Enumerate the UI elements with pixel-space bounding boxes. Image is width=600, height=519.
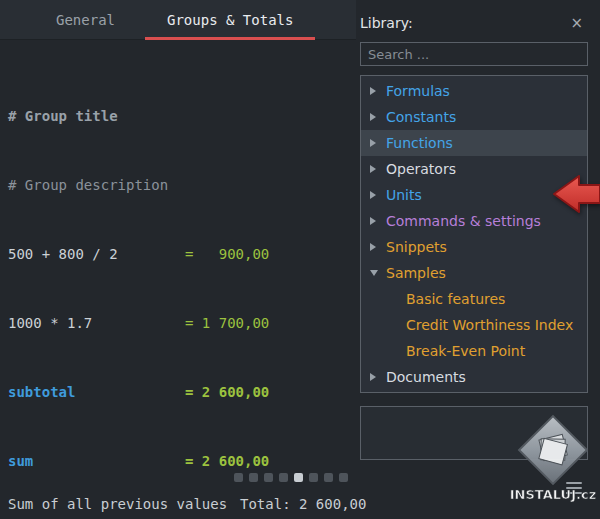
chevron-right-icon	[370, 139, 386, 147]
close-icon[interactable]: ×	[565, 16, 588, 31]
app-window: General Groups & Totals # Group title # …	[0, 0, 600, 519]
library-item-label: Constants	[386, 109, 456, 125]
editor[interactable]: # Group title # Group description 500 + …	[8, 59, 269, 519]
chevron-right-icon	[370, 243, 386, 251]
description-box	[360, 406, 588, 460]
library-item-basic-features[interactable]: Basic features	[361, 286, 587, 312]
expression: 1000 * 1.7	[8, 312, 185, 335]
library-title: Library:	[360, 15, 413, 31]
tab-general[interactable]: General	[30, 0, 141, 39]
red-arrow-icon	[553, 174, 600, 214]
comment-line: # Group description	[8, 174, 168, 197]
calc-line-subtotal: subtotal= 2 600,00	[8, 381, 269, 404]
library-item-break-even-point[interactable]: Break-Even Point	[361, 338, 587, 364]
calc-line-sum: sum= 2 600,00	[8, 450, 269, 473]
pager-dot[interactable]	[249, 473, 258, 482]
library-item-functions[interactable]: Functions	[361, 130, 587, 156]
library-item-label: Operators	[386, 161, 456, 177]
chevron-right-icon	[370, 217, 386, 225]
tab-label: General	[56, 12, 115, 28]
library-item-label: Credit Worthiness Index	[406, 317, 573, 333]
library-item-constants[interactable]: Constants	[361, 104, 587, 130]
result: = 2 600,00	[185, 450, 269, 473]
library-item-label: Units	[386, 187, 422, 203]
expression: 500 + 800 / 2	[8, 243, 185, 266]
menu-row	[360, 480, 588, 496]
library-item-samples[interactable]: Samples	[361, 260, 587, 286]
chevron-right-icon	[370, 113, 386, 121]
tab-groups-totals[interactable]: Groups & Totals	[141, 0, 319, 39]
library-header: Library: ×	[360, 12, 588, 34]
search-input[interactable]	[360, 42, 588, 66]
library-item-label: Formulas	[386, 83, 450, 99]
pager-dot[interactable]	[264, 473, 273, 482]
menu-icon[interactable]	[564, 480, 584, 496]
library-item-label: Documents	[386, 369, 466, 385]
library-panel: Library: × Formulas Constants Functions …	[360, 12, 588, 496]
library-item-formulas[interactable]: Formulas	[361, 78, 587, 104]
tab-bar: General Groups & Totals	[0, 0, 356, 40]
tab-label: Groups & Totals	[167, 12, 293, 28]
expression: sum	[8, 450, 185, 473]
result: = 1 700,00	[185, 312, 269, 335]
chevron-right-icon	[370, 87, 386, 95]
pager	[234, 473, 348, 482]
chevron-right-icon	[370, 373, 386, 381]
pager-dot[interactable]	[324, 473, 333, 482]
library-item-documents[interactable]: Documents	[361, 364, 587, 390]
pager-dot[interactable]	[309, 473, 318, 482]
comment-line: # Group title	[8, 105, 118, 128]
calc-line: 500 + 800 / 2= 900,00	[8, 243, 269, 266]
pager-dot[interactable]	[339, 473, 348, 482]
pager-dot[interactable]	[279, 473, 288, 482]
library-item-label: Commands & settings	[386, 213, 541, 229]
result: = 2 600,00	[185, 381, 269, 404]
result: = 900,00	[185, 243, 269, 266]
status-total: Total: 2 600,00	[240, 496, 366, 512]
library-item-label: Functions	[386, 135, 453, 151]
pager-dot[interactable]	[234, 473, 243, 482]
calc-line: 1000 * 1.7= 1 700,00	[8, 312, 269, 335]
library-item-credit-worthiness-index[interactable]: Credit Worthiness Index	[361, 312, 587, 338]
library-item-label: Break-Even Point	[406, 343, 525, 359]
library-tree: Formulas Constants Functions Operators U…	[360, 75, 588, 393]
pager-dot[interactable]	[294, 473, 303, 482]
library-item-label: Basic features	[406, 291, 505, 307]
chevron-right-icon	[370, 165, 386, 173]
library-item-snippets[interactable]: Snippets	[361, 234, 587, 260]
library-item-label: Samples	[386, 265, 446, 281]
chevron-down-icon	[370, 270, 386, 276]
expression: subtotal	[8, 381, 185, 404]
chevron-right-icon	[370, 191, 386, 199]
library-item-label: Snippets	[386, 239, 447, 255]
status-message: Sum of all previous values	[8, 496, 227, 512]
